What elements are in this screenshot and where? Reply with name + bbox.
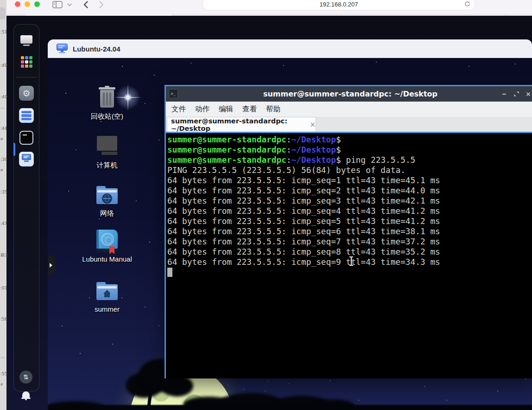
computer-icon: [19, 152, 34, 167]
console-window-icon: [19, 131, 33, 145]
dock-item-display[interactable]: [14, 29, 39, 50]
gear-icon: ⚙: [19, 86, 34, 101]
terminal-line: 64 bytes from 223.5.5.5: icmp_seq=6 ttl=…: [167, 226, 532, 237]
background-clock-fragment: :44: [0, 126, 8, 131]
restore-button[interactable]: [513, 91, 519, 97]
dock-separator: [16, 77, 37, 77]
dock-item-computer[interactable]: [14, 149, 39, 169]
desktop-icon-summer[interactable]: summer: [75, 279, 139, 313]
dock-item-transfer[interactable]: ⇅: [13, 369, 38, 385]
chevron-down-icon[interactable]: [67, 0, 72, 9]
close-button[interactable]: [526, 91, 531, 97]
trash-icon: [75, 86, 139, 110]
browser-toolbar: 192.168.0.207: [6, 0, 532, 14]
terminal-line: 64 bytes from 223.5.5.5: icmp_seq=8 ttl=…: [167, 247, 532, 257]
menu-item-help[interactable]: 帮助: [266, 104, 280, 114]
desktop-icon-network[interactable]: 网络: [75, 183, 139, 218]
remote-desktop-viewer[interactable]: 回收站(空) 计算机 网络: [48, 58, 532, 410]
menu-item-view[interactable]: 查看: [242, 104, 257, 114]
screen: :51:49:49⋯:44⌀:39⌀:35:47期五:01:58⋯:55⌀ 19…: [0, 0, 532, 410]
url-text: 192.168.0.207: [319, 1, 358, 8]
background-clock-fragment: :58: [0, 317, 8, 321]
background-clock-fragment: ⋯: [0, 355, 8, 360]
background-clock-fragment: :39: [0, 157, 8, 162]
desktop-icon-label: summer: [75, 305, 139, 313]
minimize-button[interactable]: [501, 91, 507, 97]
menu-item-file[interactable]: 文件: [171, 104, 186, 114]
computer-monitor-icon: [75, 135, 139, 159]
terminal-window: >_ summer@summer-standardpc: ~/Desktop: [165, 85, 532, 378]
fnos-desktop: ⚙ ⇅: [6, 16, 532, 410]
background-window-edge: :51:49:49⋯:44⌀:39⌀:35:47期五:01:58⋯:55⌀: [0, 0, 6, 410]
transfer-arrows-icon: ⇅: [19, 371, 32, 384]
minimize-window-button[interactable]: [25, 1, 30, 7]
background-clock-fragment: :35: [0, 190, 8, 194]
terminal-line: summer@summer-standardpc:~/Desktop$: [167, 145, 532, 155]
app-grid-icon: [21, 56, 32, 68]
arrow-right-icon: [50, 263, 52, 268]
zoom-window-button[interactable]: [34, 1, 40, 7]
server-stack-icon: [19, 108, 34, 123]
side-panel-handle[interactable]: [48, 256, 55, 275]
ground-silhouette: [48, 405, 532, 410]
terminal-line: PING 223.5.5.5 (223.5.5.5) 56(84) bytes …: [167, 165, 532, 175]
background-clock-fragment: ⋯: [0, 106, 8, 110]
terminal-tab[interactable]: summer@summer-standardpc: ~/Desktop ×: [167, 117, 316, 132]
display-icon-base: [23, 45, 30, 46]
terminal-menubar: 文件 动作 编辑 查看 帮助: [166, 102, 532, 117]
background-clock-fragment: :47: [0, 221, 8, 226]
background-clock-fragment: :55: [0, 372, 8, 376]
reload-icon[interactable]: [464, 0, 471, 9]
terminal-app-icon: >_: [169, 89, 178, 98]
close-window-button[interactable]: [15, 1, 20, 7]
back-button[interactable]: [82, 0, 89, 9]
desktop-icon-lubuntu-manual[interactable]: Lubuntu Manual: [75, 229, 139, 263]
dock-item-server[interactable]: [14, 105, 39, 126]
background-clock-fragment: :01: [0, 286, 8, 290]
vm-window-title: Lubuntu-24.04: [73, 45, 120, 53]
bell-icon: [21, 391, 31, 400]
desktop-icon-label: Lubuntu Manual: [75, 255, 139, 263]
menu-item-edit[interactable]: 编辑: [219, 104, 233, 114]
terminal-cursor: [167, 268, 172, 277]
desktop-icon-label: 网络: [75, 209, 139, 218]
dock-item-console[interactable]: [14, 128, 39, 148]
home-folder-icon: [75, 279, 139, 303]
tab-close-icon[interactable]: ×: [310, 121, 316, 129]
manual-book-icon: [75, 229, 139, 253]
dock-item-settings[interactable]: ⚙: [14, 83, 39, 103]
terminal-output[interactable]: summer@summer-standardpc:~/Desktop$summe…: [166, 133, 532, 378]
terminal-line: [167, 267, 532, 277]
safari-window: 192.168.0.207 GreatWall - 飞牛 fnOS 飞牛 fnO…: [6, 0, 532, 410]
display-icon: [20, 35, 32, 44]
background-clock-fragment: ⌀: [0, 167, 8, 172]
terminal-title: summer@summer-standardpc: ~/Desktop: [166, 90, 532, 98]
desktop-icon-computer[interactable]: 计算机: [75, 135, 139, 170]
terminal-line: summer@summer-standardpc:~/Desktop$ ping…: [167, 155, 532, 165]
background-clock-fragment: :51: [0, 30, 8, 34]
mouse-ibeam-cursor: [349, 256, 354, 266]
background-clock-fragment: 期五: [0, 252, 8, 258]
background-clock-fragment: :49: [0, 63, 8, 68]
sidebar-toggle-icon[interactable]: [52, 0, 63, 9]
forward-button[interactable]: [98, 0, 105, 9]
background-clock-fragment: :49: [0, 95, 8, 99]
dock-item-notifications[interactable]: [13, 388, 38, 404]
terminal-line: 64 bytes from 223.5.5.5: icmp_seq=2 ttl=…: [167, 186, 532, 196]
terminal-line: 64 bytes from 223.5.5.5: icmp_seq=5 ttl=…: [167, 216, 532, 226]
desktop-icon-trash[interactable]: 回收站(空): [75, 86, 139, 121]
dock-item-app-grid[interactable]: [14, 51, 39, 72]
menu-item-actions[interactable]: 动作: [195, 104, 209, 114]
desktop-icon-label: 计算机: [75, 161, 139, 170]
vm-monitor-icon: [56, 44, 68, 54]
terminal-line: 64 bytes from 223.5.5.5: icmp_seq=7 ttl=…: [167, 237, 532, 247]
terminal-tabbar: summer@summer-standardpc: ~/Desktop ×: [166, 117, 532, 132]
terminal-titlebar[interactable]: >_ summer@summer-standardpc: ~/Desktop: [166, 86, 532, 102]
vm-window-titlebar[interactable]: Lubuntu-24.04: [48, 39, 532, 58]
background-clock-fragment: ⌀: [0, 382, 8, 386]
fnos-dock: ⚙: [13, 24, 39, 391]
terminal-tab-label: summer@summer-standardpc: ~/Desktop: [171, 117, 305, 132]
milkyway-dots: [48, 58, 49, 59]
background-clock-fragment: ⌀: [0, 136, 8, 141]
address-bar[interactable]: 192.168.0.207: [203, 0, 475, 10]
